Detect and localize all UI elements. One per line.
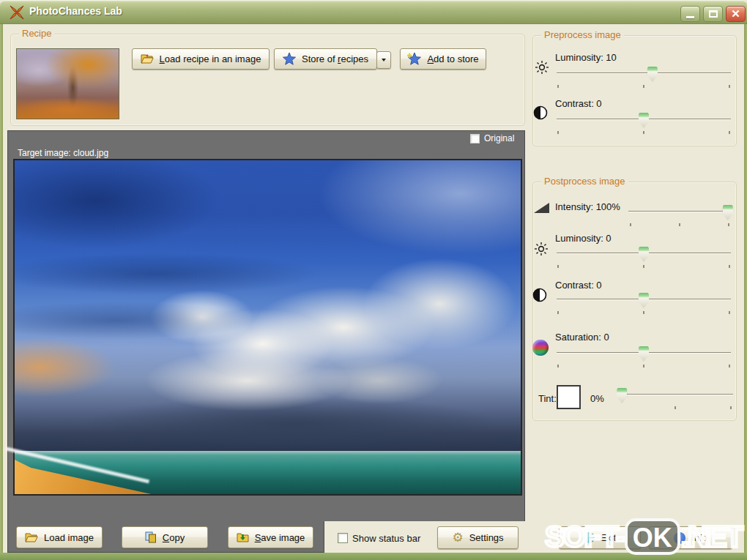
tick-mark xyxy=(729,131,730,134)
tint-slider[interactable] xyxy=(617,388,733,410)
tick-mark xyxy=(557,365,559,367)
copy-label: Copy xyxy=(163,532,185,543)
slider-track[interactable] xyxy=(557,72,731,74)
preprocess-luminosity-label: Luminosity: 10 xyxy=(555,52,617,63)
tick-mark xyxy=(557,131,559,134)
tint-color-swatch[interactable] xyxy=(557,385,581,409)
minimize-icon xyxy=(686,16,694,18)
tick-mark xyxy=(679,223,680,226)
contrast-icon xyxy=(533,105,548,120)
store-of-recipes-button[interactable]: Store of recipes xyxy=(274,48,377,70)
contrast-icon xyxy=(532,288,547,302)
save-image-button[interactable]: Save image xyxy=(228,526,313,548)
original-checkbox[interactable] xyxy=(470,134,480,143)
preprocess-luminosity-slider[interactable] xyxy=(557,67,731,89)
tick-mark xyxy=(729,365,730,367)
recipe-thumbnail[interactable] xyxy=(16,48,119,119)
settings-button[interactable]: ⚙ Settings xyxy=(437,526,519,549)
tick-mark xyxy=(557,265,559,268)
recipe-group-title: Recipe xyxy=(19,29,54,39)
window-border-right xyxy=(744,24,747,553)
tick-mark xyxy=(557,311,559,314)
slider-thumb[interactable] xyxy=(639,346,649,362)
tick-mark xyxy=(643,311,644,314)
slider-thumb[interactable] xyxy=(639,293,649,308)
store-dropdown-button[interactable] xyxy=(376,51,391,69)
sun-icon xyxy=(534,242,549,256)
tick-mark xyxy=(643,365,644,367)
watermark-right-text: .NET xyxy=(681,520,742,553)
postprocess-luminosity-label: Luminosity: 0 xyxy=(555,233,612,244)
load-image-label: Load image xyxy=(44,532,94,543)
store-of-recipes-label: Store of recipes xyxy=(302,53,368,64)
tick-mark xyxy=(643,131,644,134)
gear-icon: ⚙ xyxy=(452,531,463,544)
slider-thumb[interactable] xyxy=(617,388,627,403)
tint-percent-label: 0% xyxy=(590,393,604,404)
slider-thumb[interactable] xyxy=(639,247,649,262)
open-folder-icon xyxy=(25,532,38,543)
window-title: PhotoChances Lab xyxy=(29,5,122,17)
window-border-left xyxy=(0,24,3,553)
tick-mark xyxy=(643,85,644,88)
postprocess-contrast-slider[interactable] xyxy=(557,293,731,315)
postprocess-contrast-label: Contrast: 0 xyxy=(555,280,602,291)
tick-mark xyxy=(630,223,631,226)
target-image-label: Target image: cloud.jpg xyxy=(18,148,108,158)
slider-thumb[interactable] xyxy=(639,113,649,128)
original-checkbox-label: Original xyxy=(484,133,514,143)
tick-mark xyxy=(729,265,730,268)
add-to-store-label: Add to store xyxy=(427,53,478,64)
postprocess-luminosity-slider[interactable] xyxy=(557,247,731,269)
copy-icon xyxy=(145,531,157,543)
preprocess-contrast-label: Contrast: 0 xyxy=(555,98,602,109)
star-plus-icon xyxy=(407,53,421,65)
intensity-icon xyxy=(534,203,550,214)
postprocess-group-title: Postprocess image xyxy=(541,176,628,187)
show-status-bar-checkbox[interactable] xyxy=(338,533,348,543)
maximize-button[interactable] xyxy=(703,6,723,22)
minimize-button[interactable] xyxy=(680,6,700,22)
saturation-icon xyxy=(532,340,549,356)
show-status-bar-label: Show status bar xyxy=(352,533,420,544)
watermark-left-text: SOFT- xyxy=(545,520,624,553)
slider-track[interactable] xyxy=(617,394,733,395)
save-image-label: Save image xyxy=(255,532,305,543)
tint-label: Tint: xyxy=(538,393,557,404)
load-recipe-button[interactable]: Load recipe in an image xyxy=(132,48,270,70)
tick-mark xyxy=(729,85,730,88)
saturation-label: Saturation: 0 xyxy=(555,332,609,343)
close-button[interactable]: ✕ xyxy=(726,6,746,22)
tick-mark xyxy=(728,223,729,226)
photochances-lab-window: PhotoChances Lab ✕ Recipe Load recipe in… xyxy=(0,0,747,560)
slider-thumb[interactable] xyxy=(647,67,658,82)
preprocess-contrast-slider[interactable] xyxy=(557,113,731,135)
intensity-slider[interactable] xyxy=(628,205,731,227)
add-to-store-button[interactable]: Add to store xyxy=(400,48,486,70)
tick-mark xyxy=(674,406,676,409)
save-icon xyxy=(237,531,249,543)
load-image-button[interactable]: Load image xyxy=(16,526,103,548)
target-image-cloud-photo[interactable] xyxy=(13,159,522,496)
settings-label: Settings xyxy=(469,532,504,543)
intensity-label: Intensity: 100% xyxy=(555,201,620,212)
app-icon xyxy=(9,4,25,20)
soft-ok-net-watermark: SOFT- OK .NET xyxy=(545,515,747,559)
saturation-slider[interactable] xyxy=(557,346,731,368)
preprocess-group-title: Preprocess image xyxy=(541,30,624,40)
recipe-thumbnail-image xyxy=(17,49,119,119)
copy-button[interactable]: Copy xyxy=(122,526,208,548)
slider-track[interactable] xyxy=(628,211,731,212)
open-folder-icon xyxy=(141,53,154,64)
load-recipe-label: Load recipe in an image xyxy=(160,53,261,64)
chevron-down-icon xyxy=(382,58,386,62)
tick-mark xyxy=(730,406,732,409)
tick-mark xyxy=(557,85,559,88)
watermark-ok-badge: OK xyxy=(625,518,680,555)
sun-icon xyxy=(535,60,549,75)
tick-mark xyxy=(729,311,730,314)
star-icon xyxy=(283,53,296,65)
tick-mark xyxy=(643,265,644,268)
maximize-icon xyxy=(709,10,718,18)
titlebar[interactable]: PhotoChances Lab ✕ xyxy=(0,0,747,24)
